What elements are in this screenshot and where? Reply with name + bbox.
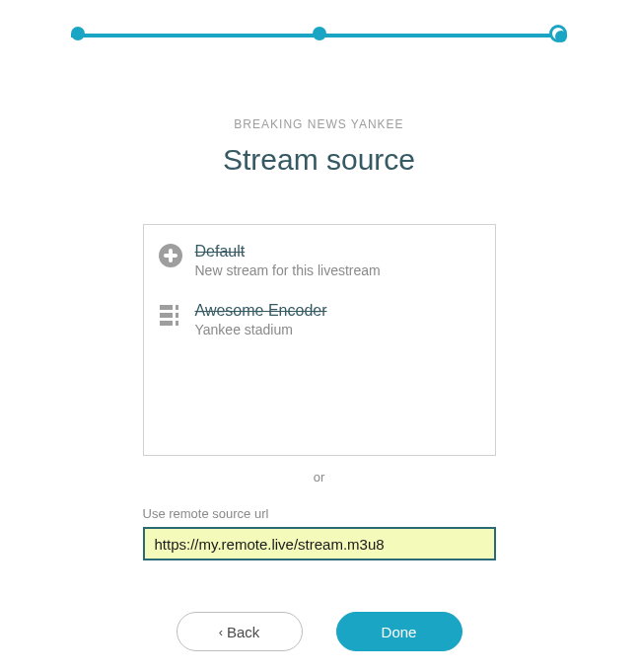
encoder-icon xyxy=(158,302,183,328)
back-button-label: Back xyxy=(227,624,259,640)
source-list-card: Default New stream for this livestream A… xyxy=(143,224,496,456)
source-name: Awesome Encoder xyxy=(195,302,327,320)
page-subtitle: BREAKING NEWS YANKEE xyxy=(0,117,638,131)
done-button-label: Done xyxy=(382,624,417,640)
chevron-left-icon: ‹ xyxy=(219,625,223,639)
url-section: Use remote source url xyxy=(143,506,496,560)
source-option-encoder[interactable]: Awesome Encoder Yankee stadium xyxy=(158,302,481,337)
source-desc: New stream for this livestream xyxy=(195,262,381,278)
source-name: Default xyxy=(195,243,381,261)
source-option-default[interactable]: Default New stream for this livestream xyxy=(158,243,481,278)
divider-or: or xyxy=(0,470,638,485)
step-dot-3-current xyxy=(549,25,567,42)
done-button[interactable]: Done xyxy=(336,612,462,651)
progress-stepper xyxy=(71,27,567,46)
button-row: ‹ Back Done xyxy=(0,612,638,651)
page-title: Stream source xyxy=(0,143,638,177)
remote-url-input[interactable] xyxy=(143,527,496,560)
step-dot-1 xyxy=(71,27,85,40)
plus-circle-icon xyxy=(158,243,183,268)
back-button[interactable]: ‹ Back xyxy=(177,612,303,651)
source-desc: Yankee stadium xyxy=(195,322,327,337)
step-dot-2 xyxy=(313,27,326,40)
url-label: Use remote source url xyxy=(143,506,496,521)
